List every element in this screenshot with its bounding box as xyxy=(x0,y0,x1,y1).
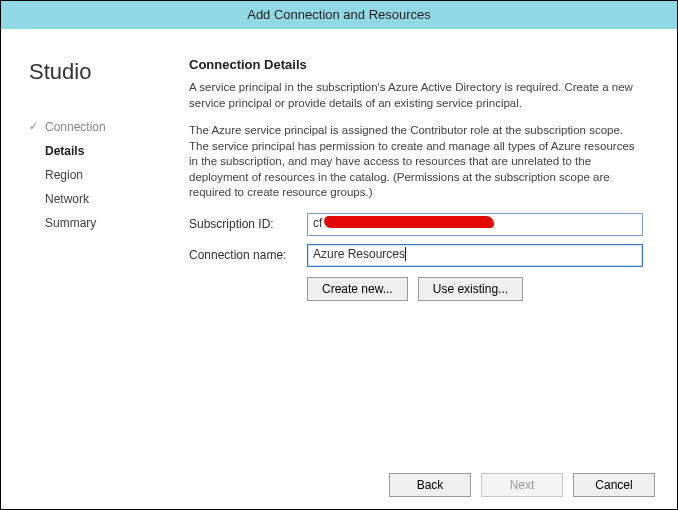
use-existing-button[interactable]: Use existing... xyxy=(418,277,523,301)
redacted-icon xyxy=(324,216,494,228)
nav-step-summary[interactable]: Summary xyxy=(29,211,171,235)
back-button[interactable]: Back xyxy=(389,473,471,497)
connection-name-label: Connection name: xyxy=(189,248,307,262)
wizard-main: Connection Details A service principal i… xyxy=(171,29,677,461)
nav-step-connection[interactable]: Connection xyxy=(29,115,171,139)
connection-name-input[interactable]: Azure Resources xyxy=(307,244,643,267)
wizard-footer: Back Next Cancel xyxy=(1,461,677,509)
app-brand: Studio xyxy=(29,59,171,85)
nav-step-network[interactable]: Network xyxy=(29,187,171,211)
subscription-id-input[interactable]: cf xyxy=(307,213,643,236)
window-title: Add Connection and Resources xyxy=(1,1,677,29)
intro-paragraph-2: The Azure service principal is assigned … xyxy=(189,123,643,201)
subscription-id-label: Subscription ID: xyxy=(189,217,307,231)
nav-step-details[interactable]: Details xyxy=(29,139,171,163)
intro-paragraph-1: A service principal in the subscription'… xyxy=(189,80,643,111)
subscription-id-value-prefix: cf xyxy=(313,216,322,230)
create-new-button[interactable]: Create new... xyxy=(307,277,408,301)
next-button: Next xyxy=(481,473,563,497)
connection-name-value: Azure Resources xyxy=(313,247,406,261)
nav-step-region[interactable]: Region xyxy=(29,163,171,187)
wizard-sidebar: Studio Connection Details Region Network… xyxy=(1,29,171,461)
section-heading: Connection Details xyxy=(189,57,643,72)
cancel-button[interactable]: Cancel xyxy=(573,473,655,497)
